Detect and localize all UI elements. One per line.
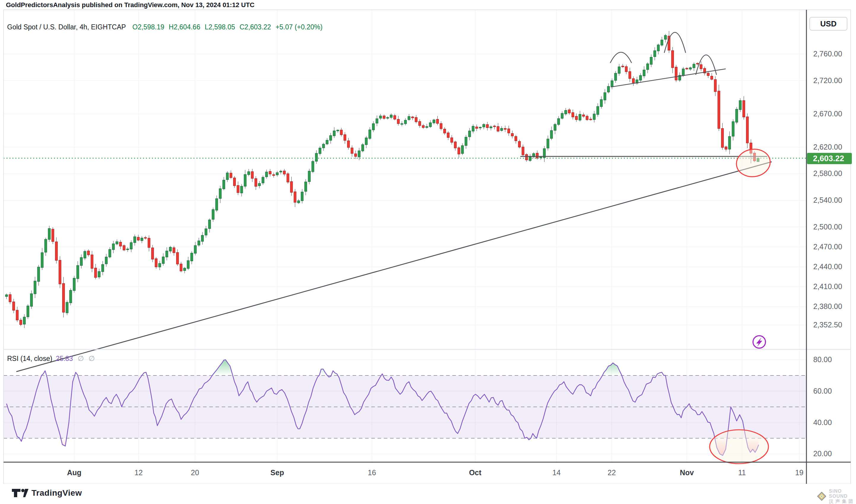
tradingview-published-chart: GoldPredictorsAnalysis published on Trad… — [0, 0, 856, 504]
rsi-tick-label: 60.00 — [813, 387, 832, 395]
price-tick-label: 2,620.00 — [813, 143, 842, 151]
rsi-tick-label: 20.00 — [813, 449, 832, 458]
price-low-ellipse[interactable] — [735, 147, 772, 179]
currency-toggle-button[interactable]: USD — [809, 17, 848, 31]
rsi-settings-icon[interactable]: ∅ — [89, 355, 95, 362]
time-tick-label: 14 — [552, 468, 561, 477]
time-tick-label: 12 — [135, 468, 143, 477]
price-tick-label: 2,500.00 — [813, 222, 842, 231]
time-tick-label: 20 — [191, 468, 199, 477]
publish-info-bar: GoldPredictorsAnalysis published on Trad… — [6, 1, 254, 9]
time-tick-label: 11 — [738, 468, 746, 477]
price-tick-label: 2,580.00 — [813, 169, 842, 178]
price-tick-label: 2,380.00 — [813, 302, 842, 311]
trendline[interactable] — [611, 69, 726, 87]
ohlc-close: C2,603.22 — [239, 23, 271, 31]
shoulder-arc-annotation[interactable] — [664, 32, 685, 53]
price-tick-label: 2,410.00 — [813, 282, 842, 291]
rsi-tick-label: 40.00 — [813, 418, 832, 427]
ohlc-low: L2,598.05 — [205, 23, 235, 31]
symbol-title: Gold Spot / U.S. Dollar, 4h, EIGHTCAP — [7, 23, 126, 31]
sino-sound-watermark: SiNO SOUND 汉声集团 — [817, 489, 856, 504]
shoulder-arc-annotation[interactable] — [696, 55, 716, 75]
rsi-hide-icon[interactable]: ∅ — [78, 355, 84, 362]
chart-canvas[interactable] — [0, 0, 856, 504]
watermark-line2: 汉声集团 — [829, 499, 856, 504]
price-tick-label: 2,670.00 — [813, 109, 842, 118]
time-tick-label: 22 — [608, 468, 616, 477]
price-tick-label: 2,440.00 — [813, 263, 842, 271]
current-price-tag: 2,603.22 — [807, 153, 852, 164]
rsi-legend[interactable]: RSI (14, close)25.83∅∅ — [7, 355, 95, 363]
ohlc-open: O2,598.19 — [132, 23, 164, 31]
price-tick-label: 2,540.00 — [813, 196, 842, 204]
time-tick-label: Sep — [270, 468, 284, 477]
brand-text: TradingView — [32, 488, 82, 498]
rsi-tick-label: 80.00 — [813, 355, 832, 364]
rsi-oversold-ellipse[interactable] — [710, 430, 768, 464]
time-tick-label: 16 — [368, 468, 376, 477]
time-tick-label: Aug — [67, 468, 82, 477]
price-tick-label: 2,760.00 — [813, 50, 842, 58]
time-tick-label: 19 — [795, 468, 803, 477]
time-tick-label: Oct — [469, 468, 481, 477]
price-tick-label: 2,470.00 — [813, 242, 842, 251]
time-tick-label: Nov — [680, 468, 694, 477]
shoulder-arc-annotation[interactable] — [610, 52, 631, 63]
ohlc-high: H2,604.66 — [169, 23, 200, 31]
tradingview-brand[interactable]: TradingView — [12, 488, 82, 498]
rsi-value: 25.83 — [56, 355, 73, 362]
symbol-legend[interactable]: Gold Spot / U.S. Dollar, 4h, EIGHTCAPO2,… — [7, 23, 323, 31]
price-tick-label: 2,720.00 — [813, 76, 842, 85]
rsi-title: RSI (14, close) — [7, 355, 52, 362]
trendline[interactable] — [16, 162, 772, 372]
price-tick-label: 2,352.50 — [813, 321, 842, 329]
tradingview-logo-icon — [12, 488, 29, 498]
ohlc-change: +5.07 (+0.20%) — [275, 23, 323, 31]
footer-bar: TradingView SiNO SOUND 汉声集团 — [0, 484, 856, 504]
watermark-diamond-icon — [817, 490, 826, 502]
flash-idea-icon[interactable] — [753, 336, 765, 348]
watermark-line1: SiNO SOUND — [829, 489, 856, 499]
publish-text: GoldPredictorsAnalysis published on Trad… — [6, 1, 254, 8]
